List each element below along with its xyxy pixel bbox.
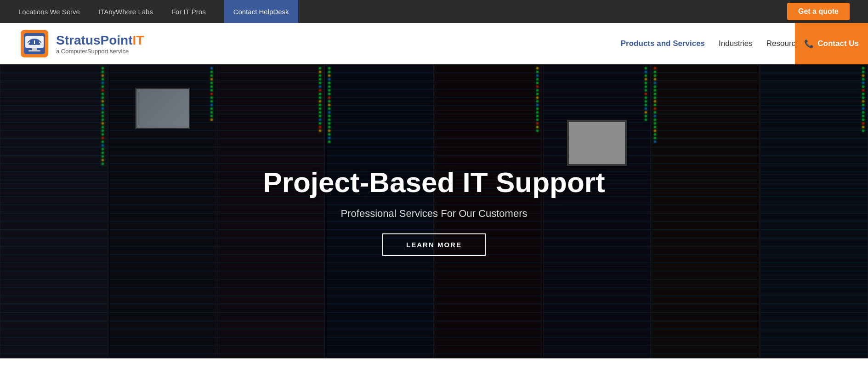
svg-rect-10 xyxy=(28,50,40,51)
nav-industries[interactable]: Industries xyxy=(719,39,753,48)
logo-text: StratusPointIT a ComputerSupport service xyxy=(56,33,144,55)
contact-tab[interactable]: 📞 Contact Us xyxy=(795,23,868,64)
nav-itanywhere[interactable]: ITAnyWhere Labs xyxy=(98,8,153,16)
hero-content: Project-Based IT Support Professional Se… xyxy=(0,64,868,358)
nav-contact-helpdesk[interactable]: Contact HelpDesk xyxy=(224,0,298,23)
top-bar: Locations We Serve ITAnyWhere Labs For I… xyxy=(0,0,868,23)
logo-stratus: StratusPoint xyxy=(56,33,132,47)
hero-subtitle: Professional Services For Our Customers xyxy=(341,208,528,220)
svg-rect-9 xyxy=(32,48,37,50)
learn-more-button[interactable]: LEARN MORE xyxy=(382,233,486,256)
nav-products[interactable]: Products and Services xyxy=(621,39,705,48)
logo-brand: StratusPointIT xyxy=(56,33,144,48)
hero-section: Project-Based IT Support Professional Se… xyxy=(0,64,868,358)
nav-locations[interactable]: Locations We Serve xyxy=(18,8,80,16)
top-bar-links: Locations We Serve ITAnyWhere Labs For I… xyxy=(18,0,298,23)
logo-sub: a ComputerSupport service xyxy=(56,48,144,55)
phone-icon: 📞 xyxy=(804,39,814,49)
logo-it: IT xyxy=(132,33,144,47)
get-quote-button[interactable]: Get a quote xyxy=(787,3,850,20)
main-nav: StratusPointIT a ComputerSupport service… xyxy=(0,23,868,64)
hero-title: Project-Based IT Support xyxy=(263,167,605,198)
logo[interactable]: StratusPointIT a ComputerSupport service xyxy=(18,28,144,60)
logo-icon xyxy=(18,28,51,60)
contact-tab-label: Contact Us xyxy=(817,39,859,48)
nav-for-it-pros[interactable]: For IT Pros xyxy=(171,8,206,16)
